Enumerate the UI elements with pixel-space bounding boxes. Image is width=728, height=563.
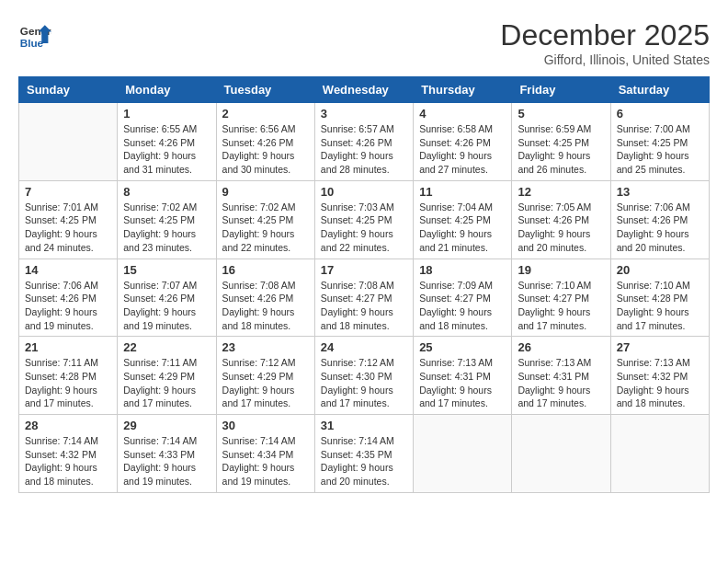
calendar-cell: 4Sunrise: 6:58 AM Sunset: 4:26 PM Daylig…: [414, 103, 512, 181]
calendar-cell: 30Sunrise: 7:14 AM Sunset: 4:34 PM Dayli…: [216, 415, 314, 493]
month-title: December 2025: [500, 18, 710, 52]
calendar-cell: 10Sunrise: 7:03 AM Sunset: 4:25 PM Dayli…: [314, 180, 413, 259]
day-info: Sunrise: 6:56 AM Sunset: 4:26 PM Dayligh…: [222, 122, 309, 177]
day-info: Sunrise: 7:09 AM Sunset: 4:27 PM Dayligh…: [419, 279, 506, 333]
calendar-cell: [512, 415, 610, 493]
day-number: 17: [321, 263, 407, 277]
calendar-cell: 21Sunrise: 7:11 AM Sunset: 4:28 PM Dayli…: [19, 337, 118, 415]
day-info: Sunrise: 7:05 AM Sunset: 4:26 PM Dayligh…: [518, 201, 604, 255]
calendar-cell: 28Sunrise: 7:14 AM Sunset: 4:32 PM Dayli…: [19, 415, 118, 493]
day-number: 26: [518, 340, 604, 354]
day-number: 16: [222, 263, 309, 277]
location: Gifford, Illinois, United States: [500, 52, 710, 67]
day-info: Sunrise: 7:10 AM Sunset: 4:28 PM Dayligh…: [617, 279, 703, 333]
day-number: 10: [321, 185, 407, 199]
svg-text:Blue: Blue: [20, 37, 44, 49]
day-number: 12: [518, 185, 604, 199]
day-info: Sunrise: 7:13 AM Sunset: 4:32 PM Dayligh…: [617, 356, 703, 410]
day-number: 4: [419, 107, 506, 121]
day-info: Sunrise: 7:03 AM Sunset: 4:25 PM Dayligh…: [321, 201, 407, 255]
week-row-2: 7Sunrise: 7:01 AM Sunset: 4:25 PM Daylig…: [19, 180, 710, 259]
day-number: 19: [518, 263, 604, 277]
day-info: Sunrise: 6:58 AM Sunset: 4:26 PM Dayligh…: [419, 122, 506, 177]
weekday-header-monday: Monday: [118, 77, 216, 103]
calendar-cell: 26Sunrise: 7:13 AM Sunset: 4:31 PM Dayli…: [512, 337, 610, 415]
day-info: Sunrise: 7:11 AM Sunset: 4:29 PM Dayligh…: [123, 356, 210, 410]
day-number: 8: [123, 185, 210, 199]
day-info: Sunrise: 7:13 AM Sunset: 4:31 PM Dayligh…: [518, 356, 604, 410]
day-number: 20: [617, 263, 703, 277]
day-info: Sunrise: 7:14 AM Sunset: 4:32 PM Dayligh…: [25, 434, 111, 488]
calendar-cell: 2Sunrise: 6:56 AM Sunset: 4:26 PM Daylig…: [216, 103, 314, 181]
calendar-cell: 19Sunrise: 7:10 AM Sunset: 4:27 PM Dayli…: [512, 259, 610, 337]
day-number: 7: [25, 185, 111, 199]
day-info: Sunrise: 6:59 AM Sunset: 4:25 PM Dayligh…: [518, 122, 604, 177]
day-info: Sunrise: 7:08 AM Sunset: 4:27 PM Dayligh…: [321, 279, 407, 333]
day-info: Sunrise: 7:02 AM Sunset: 4:25 PM Dayligh…: [123, 201, 210, 255]
day-number: 25: [419, 340, 506, 354]
day-number: 1: [123, 107, 210, 121]
day-number: 14: [25, 263, 111, 277]
day-number: 22: [123, 340, 210, 354]
calendar-cell: 20Sunrise: 7:10 AM Sunset: 4:28 PM Dayli…: [610, 259, 709, 337]
day-info: Sunrise: 7:12 AM Sunset: 4:29 PM Dayligh…: [222, 356, 309, 410]
day-info: Sunrise: 7:14 AM Sunset: 4:35 PM Dayligh…: [321, 434, 407, 488]
day-number: 13: [617, 185, 703, 199]
day-info: Sunrise: 7:06 AM Sunset: 4:26 PM Dayligh…: [617, 201, 703, 255]
calendar-cell: 22Sunrise: 7:11 AM Sunset: 4:29 PM Dayli…: [118, 337, 216, 415]
week-row-5: 28Sunrise: 7:14 AM Sunset: 4:32 PM Dayli…: [19, 415, 710, 493]
calendar-cell: 14Sunrise: 7:06 AM Sunset: 4:26 PM Dayli…: [19, 259, 118, 337]
day-info: Sunrise: 7:08 AM Sunset: 4:26 PM Dayligh…: [222, 279, 309, 333]
day-number: 28: [25, 419, 111, 432]
weekday-header-wednesday: Wednesday: [314, 77, 413, 103]
day-info: Sunrise: 6:57 AM Sunset: 4:26 PM Dayligh…: [321, 122, 407, 177]
day-number: 31: [321, 419, 407, 432]
title-block: December 2025 Gifford, Illinois, United …: [500, 18, 710, 67]
calendar-cell: 5Sunrise: 6:59 AM Sunset: 4:25 PM Daylig…: [512, 103, 610, 181]
day-number: 11: [419, 185, 506, 199]
day-info: Sunrise: 6:55 AM Sunset: 4:26 PM Dayligh…: [123, 122, 210, 177]
day-number: 3: [321, 107, 407, 121]
week-row-4: 21Sunrise: 7:11 AM Sunset: 4:28 PM Dayli…: [19, 337, 710, 415]
day-info: Sunrise: 7:06 AM Sunset: 4:26 PM Dayligh…: [25, 279, 111, 333]
calendar-cell: 24Sunrise: 7:12 AM Sunset: 4:30 PM Dayli…: [314, 337, 413, 415]
day-number: 21: [25, 340, 111, 354]
calendar-cell: 31Sunrise: 7:14 AM Sunset: 4:35 PM Dayli…: [314, 415, 413, 493]
day-number: 29: [123, 419, 210, 432]
day-info: Sunrise: 7:00 AM Sunset: 4:25 PM Dayligh…: [617, 122, 703, 177]
calendar-cell: 25Sunrise: 7:13 AM Sunset: 4:31 PM Dayli…: [414, 337, 512, 415]
calendar-cell: 17Sunrise: 7:08 AM Sunset: 4:27 PM Dayli…: [314, 259, 413, 337]
day-number: 6: [617, 107, 703, 121]
logo: General Blue: [18, 18, 51, 52]
day-number: 18: [419, 263, 506, 277]
day-number: 5: [518, 107, 604, 121]
calendar-cell: 15Sunrise: 7:07 AM Sunset: 4:26 PM Dayli…: [118, 259, 216, 337]
calendar-cell: 23Sunrise: 7:12 AM Sunset: 4:29 PM Dayli…: [216, 337, 314, 415]
calendar-cell: 13Sunrise: 7:06 AM Sunset: 4:26 PM Dayli…: [610, 180, 709, 259]
calendar-cell: 9Sunrise: 7:02 AM Sunset: 4:25 PM Daylig…: [216, 180, 314, 259]
weekday-header-row: SundayMondayTuesdayWednesdayThursdayFrid…: [19, 77, 710, 103]
weekday-header-friday: Friday: [512, 77, 610, 103]
calendar-cell: 16Sunrise: 7:08 AM Sunset: 4:26 PM Dayli…: [216, 259, 314, 337]
logo-icon: General Blue: [18, 18, 51, 52]
calendar-cell: 3Sunrise: 6:57 AM Sunset: 4:26 PM Daylig…: [314, 103, 413, 181]
day-number: 30: [222, 419, 309, 432]
day-number: 15: [123, 263, 210, 277]
calendar-body: 1Sunrise: 6:55 AM Sunset: 4:26 PM Daylig…: [19, 103, 710, 493]
calendar-cell: 7Sunrise: 7:01 AM Sunset: 4:25 PM Daylig…: [19, 180, 118, 259]
weekday-header-sunday: Sunday: [19, 77, 118, 103]
day-info: Sunrise: 7:04 AM Sunset: 4:25 PM Dayligh…: [419, 201, 506, 255]
calendar-cell: [19, 103, 118, 181]
day-number: 2: [222, 107, 309, 121]
day-info: Sunrise: 7:10 AM Sunset: 4:27 PM Dayligh…: [518, 279, 604, 333]
calendar-cell: [414, 415, 512, 493]
calendar-cell: 18Sunrise: 7:09 AM Sunset: 4:27 PM Dayli…: [414, 259, 512, 337]
calendar-cell: 6Sunrise: 7:00 AM Sunset: 4:25 PM Daylig…: [610, 103, 709, 181]
day-number: 9: [222, 185, 309, 199]
calendar-cell: 11Sunrise: 7:04 AM Sunset: 4:25 PM Dayli…: [414, 180, 512, 259]
day-info: Sunrise: 7:07 AM Sunset: 4:26 PM Dayligh…: [123, 279, 210, 333]
calendar-cell: 27Sunrise: 7:13 AM Sunset: 4:32 PM Dayli…: [610, 337, 709, 415]
weekday-header-saturday: Saturday: [610, 77, 709, 103]
calendar-cell: 12Sunrise: 7:05 AM Sunset: 4:26 PM Dayli…: [512, 180, 610, 259]
page-header: General Blue December 2025 Gifford, Illi…: [18, 18, 710, 67]
